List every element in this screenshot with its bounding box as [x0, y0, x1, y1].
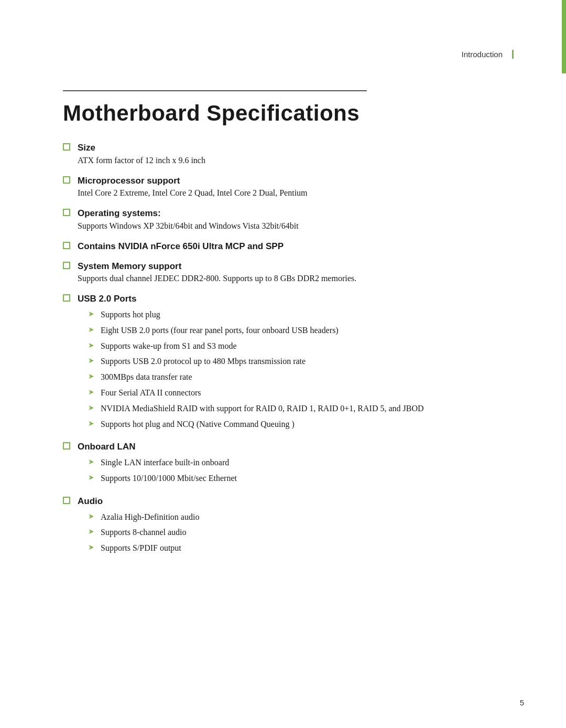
spec-desc: Intel Core 2 Extreme, Intel Core 2 Quad,…: [78, 187, 524, 200]
sub-item-text: Azalia High-Definition audio: [101, 511, 524, 524]
list-item: ➤Supports S/PDIF output: [78, 542, 524, 555]
list-item: ➤Azalia High-Definition audio: [78, 511, 524, 524]
specs-list: SizeATX form factor of 12 inch x 9.6 inc…: [63, 142, 524, 558]
arrow-bullet-icon: ➤: [88, 512, 95, 521]
list-item: ➤Supports 10/100/1000 Mbit/sec Ethernet: [78, 472, 524, 485]
arrow-bullet-icon: ➤: [88, 388, 95, 397]
arrow-bullet-icon: ➤: [88, 309, 95, 318]
header-area: Introduction: [63, 21, 524, 59]
list-item: SizeATX form factor of 12 inch x 9.6 inc…: [63, 142, 524, 167]
spec-content: Onboard LAN➤Single LAN interface built-i…: [78, 441, 524, 487]
arrow-bullet-icon: ➤: [88, 356, 95, 365]
sub-item-text: Supports USB 2.0 protocol up to 480 Mbps…: [101, 355, 524, 368]
bullet-square-icon: [63, 442, 70, 449]
spec-content: Audio➤Azalia High-Definition audio➤Suppo…: [78, 495, 524, 558]
list-item: ➤Eight USB 2.0 ports (four rear panel po…: [78, 324, 524, 337]
bullet-square-icon: [63, 242, 70, 249]
sub-item-text: Supports 8-channel audio: [101, 526, 524, 539]
arrow-bullet-icon: ➤: [88, 403, 95, 412]
arrow-bullet-icon: ➤: [88, 341, 95, 350]
spec-label: Microprocessor support: [78, 175, 524, 187]
page-container: Introduction Motherboard Specifications …: [0, 0, 566, 728]
sub-item-text: Supports wake-up from S1 and S3 mode: [101, 340, 524, 353]
arrow-bullet-icon: ➤: [88, 419, 95, 428]
sub-item-text: Eight USB 2.0 ports (four rear panel por…: [101, 324, 524, 337]
bullet-square-icon: [63, 176, 70, 184]
spec-content: System Memory supportSupports dual chann…: [78, 260, 524, 286]
spec-label: Audio: [78, 495, 524, 508]
spec-label: Size: [78, 142, 524, 154]
list-item: ➤300MBps data transfer rate: [78, 371, 524, 384]
sub-item-text: Supports hot plug and NCQ (Native Comman…: [101, 418, 524, 431]
spec-label: System Memory support: [78, 260, 524, 273]
list-item: Audio➤Azalia High-Definition audio➤Suppo…: [63, 495, 524, 558]
sub-item-text: Supports S/PDIF output: [101, 542, 524, 555]
list-item: Contains NVIDIA nForce 650i Ultra MCP an…: [63, 240, 524, 253]
list-item: Operating systems:Supports Windows XP 32…: [63, 207, 524, 233]
section-label: Introduction: [462, 50, 514, 59]
arrow-bullet-icon: ➤: [88, 473, 95, 482]
bullet-square-icon: [63, 143, 70, 151]
list-item: ➤Supports wake-up from S1 and S3 mode: [78, 340, 524, 353]
sub-item-text: Single LAN interface built-in onboard: [101, 456, 524, 469]
list-item: Onboard LAN➤Single LAN interface built-i…: [63, 441, 524, 487]
spec-content: Microprocessor supportIntel Core 2 Extre…: [78, 175, 524, 200]
spec-desc: Supports dual channel JEDEC DDR2-800. Su…: [78, 272, 524, 285]
list-item: ➤Single LAN interface built-in onboard: [78, 456, 524, 469]
sub-item-text: Supports hot plug: [101, 308, 524, 322]
sub-list: ➤Azalia High-Definition audio➤Supports 8…: [78, 511, 524, 555]
spec-label: Onboard LAN: [78, 441, 524, 453]
page-title: Motherboard Specifications: [63, 101, 367, 126]
list-item: Microprocessor supportIntel Core 2 Extre…: [63, 175, 524, 200]
spec-label: Contains NVIDIA nForce 650i Ultra MCP an…: [78, 240, 524, 253]
list-item: ➤Supports hot plug: [78, 308, 524, 322]
arrow-bullet-icon: ➤: [88, 372, 95, 381]
list-item: ➤Supports hot plug and NCQ (Native Comma…: [78, 418, 524, 431]
list-item: ➤Supports USB 2.0 protocol up to 480 Mbp…: [78, 355, 524, 368]
list-item: ➤Supports 8-channel audio: [78, 526, 524, 539]
sub-list: ➤Supports hot plug➤Eight USB 2.0 ports (…: [78, 308, 524, 431]
spec-content: Contains NVIDIA nForce 650i Ultra MCP an…: [78, 240, 524, 253]
spec-desc: ATX form factor of 12 inch x 9.6 inch: [78, 154, 524, 167]
sub-item-text: Supports 10/100/1000 Mbit/sec Ethernet: [101, 472, 524, 485]
bullet-square-icon: [63, 294, 70, 302]
title-section: Motherboard Specifications: [63, 90, 367, 126]
arrow-bullet-icon: ➤: [88, 527, 95, 536]
bullet-square-icon: [63, 497, 70, 504]
spec-content: USB 2.0 Ports➤Supports hot plug➤Eight US…: [78, 293, 524, 433]
spec-desc: Supports Windows XP 32bit/64bit and Wind…: [78, 220, 524, 233]
sub-item-text: NVIDIA MediaShield RAID with support for…: [101, 402, 524, 415]
page-number: 5: [520, 698, 524, 707]
spec-content: SizeATX form factor of 12 inch x 9.6 inc…: [78, 142, 524, 167]
side-bar-accent: [562, 0, 566, 73]
arrow-bullet-icon: ➤: [88, 325, 95, 334]
sub-item-text: Four Serial ATA II connectors: [101, 387, 524, 400]
sub-item-text: 300MBps data transfer rate: [101, 371, 524, 384]
arrow-bullet-icon: ➤: [88, 543, 95, 552]
list-item: ➤NVIDIA MediaShield RAID with support fo…: [78, 402, 524, 415]
list-item: ➤Four Serial ATA II connectors: [78, 387, 524, 400]
spec-label: Operating systems:: [78, 207, 524, 220]
spec-content: Operating systems:Supports Windows XP 32…: [78, 207, 524, 233]
bullet-square-icon: [63, 262, 70, 269]
spec-label: USB 2.0 Ports: [78, 293, 524, 305]
sub-list: ➤Single LAN interface built-in onboard➤S…: [78, 456, 524, 485]
list-item: USB 2.0 Ports➤Supports hot plug➤Eight US…: [63, 293, 524, 433]
bullet-square-icon: [63, 209, 70, 216]
list-item: System Memory supportSupports dual chann…: [63, 260, 524, 286]
arrow-bullet-icon: ➤: [88, 457, 95, 466]
